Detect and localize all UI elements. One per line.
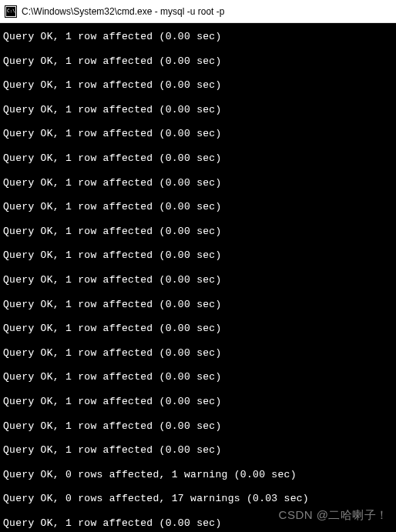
output-line: Query OK, 1 row affected (0.00 sec): [3, 396, 393, 408]
output-line: Query OK, 1 row affected (0.00 sec): [3, 517, 393, 530]
output-line: Query OK, 1 row affected (0.00 sec): [3, 371, 393, 383]
output-line: Query OK, 1 row affected (0.00 sec): [3, 31, 393, 43]
terminal-output[interactable]: Query OK, 1 row affected (0.00 sec) Quer…: [0, 23, 396, 532]
output-line: Query OK, 0 rows affected, 17 warnings (…: [3, 493, 393, 505]
output-line: Query OK, 1 row affected (0.00 sec): [3, 104, 393, 116]
output-line: Query OK, 0 rows affected, 1 warning (0.…: [3, 469, 393, 481]
output-line: Query OK, 1 row affected (0.00 sec): [3, 420, 393, 433]
window-titlebar[interactable]: C:\ C:\Windows\System32\cmd.exe - mysql …: [0, 0, 396, 23]
output-line: Query OK, 1 row affected (0.00 sec): [3, 299, 393, 311]
cmd-icon: C:\: [5, 5, 17, 18]
output-line: Query OK, 1 row affected (0.00 sec): [3, 201, 393, 213]
output-line: Query OK, 1 row affected (0.00 sec): [3, 444, 393, 457]
output-line: Query OK, 1 row affected (0.00 sec): [3, 55, 393, 68]
output-line: Query OK, 1 row affected (0.00 sec): [3, 347, 393, 360]
output-line: Query OK, 1 row affected (0.00 sec): [3, 79, 393, 92]
output-line: Query OK, 1 row affected (0.00 sec): [3, 274, 393, 286]
output-line: Query OK, 1 row affected (0.00 sec): [3, 152, 393, 165]
svg-text:C:\: C:\: [7, 8, 15, 13]
output-line: Query OK, 1 row affected (0.00 sec): [3, 249, 393, 262]
output-line: Query OK, 1 row affected (0.00 sec): [3, 323, 393, 335]
output-line: Query OK, 1 row affected (0.00 sec): [3, 177, 393, 189]
output-line: Query OK, 1 row affected (0.00 sec): [3, 226, 393, 238]
window-title: C:\Windows\System32\cmd.exe - mysql -u r…: [22, 6, 224, 17]
output-line: Query OK, 1 row affected (0.00 sec): [3, 128, 393, 140]
